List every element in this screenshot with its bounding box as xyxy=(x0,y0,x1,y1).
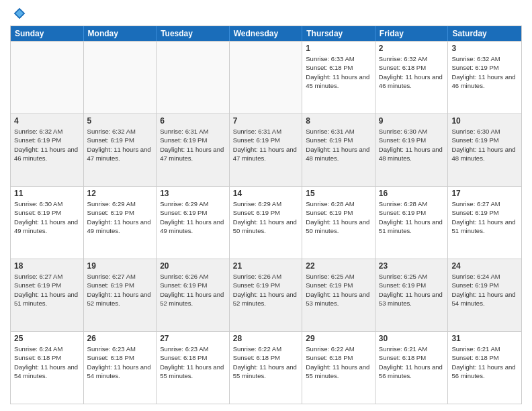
day-info: Sunrise: 6:26 AMSunset: 6:19 PMDaylight:… xyxy=(160,272,226,308)
day-cell-23: 23Sunrise: 6:25 AMSunset: 6:19 PMDayligh… xyxy=(375,259,449,331)
day-info: Sunrise: 6:30 AMSunset: 6:19 PMDaylight:… xyxy=(451,127,518,163)
day-info: Sunrise: 6:31 AMSunset: 6:19 PMDaylight:… xyxy=(160,127,226,163)
day-number: 31 xyxy=(451,334,518,343)
calendar: SundayMondayTuesdayWednesdayThursdayFrid… xyxy=(10,26,522,404)
day-info: Sunrise: 6:30 AMSunset: 6:19 PMDaylight:… xyxy=(379,127,445,163)
day-info: Sunrise: 6:23 AMSunset: 6:18 PMDaylight:… xyxy=(87,345,153,380)
day-number: 15 xyxy=(306,189,371,198)
day-cell-14: 14Sunrise: 6:29 AMSunset: 6:19 PMDayligh… xyxy=(230,187,303,259)
day-number: 9 xyxy=(379,116,445,126)
day-info: Sunrise: 6:27 AMSunset: 6:19 PMDaylight:… xyxy=(14,272,80,308)
day-info: Sunrise: 6:25 AMSunset: 6:19 PMDaylight:… xyxy=(306,272,371,308)
header-day-friday: Friday xyxy=(375,26,449,41)
day-cell-30: 30Sunrise: 6:21 AMSunset: 6:18 PMDayligh… xyxy=(375,332,449,404)
day-cell-21: 21Sunrise: 6:26 AMSunset: 6:19 PMDayligh… xyxy=(230,259,303,331)
day-number: 5 xyxy=(87,116,153,126)
day-cell-8: 8Sunrise: 6:31 AMSunset: 6:19 PMDaylight… xyxy=(302,114,375,186)
logo xyxy=(10,7,28,20)
day-info: Sunrise: 6:25 AMSunset: 6:19 PMDaylight:… xyxy=(379,272,445,308)
day-number: 17 xyxy=(451,189,518,198)
day-cell-22: 22Sunrise: 6:25 AMSunset: 6:19 PMDayligh… xyxy=(302,259,375,331)
day-cell-7: 7Sunrise: 6:31 AMSunset: 6:19 PMDaylight… xyxy=(230,114,303,186)
day-info: Sunrise: 6:29 AMSunset: 6:19 PMDaylight:… xyxy=(87,199,153,235)
day-info: Sunrise: 6:29 AMSunset: 6:19 PMDaylight:… xyxy=(233,199,299,235)
day-info: Sunrise: 6:30 AMSunset: 6:19 PMDaylight:… xyxy=(14,199,80,235)
day-info: Sunrise: 6:32 AMSunset: 6:19 PMDaylight:… xyxy=(451,54,518,90)
day-info: Sunrise: 6:23 AMSunset: 6:18 PMDaylight:… xyxy=(160,345,226,380)
day-cell-6: 6Sunrise: 6:31 AMSunset: 6:19 PMDaylight… xyxy=(157,114,230,186)
day-cell-10: 10Sunrise: 6:30 AMSunset: 6:19 PMDayligh… xyxy=(448,114,521,186)
day-info: Sunrise: 6:31 AMSunset: 6:19 PMDaylight:… xyxy=(233,127,299,163)
day-number: 27 xyxy=(160,334,226,343)
day-info: Sunrise: 6:32 AMSunset: 6:18 PMDaylight:… xyxy=(379,54,445,90)
header-day-tuesday: Tuesday xyxy=(157,26,230,41)
day-number: 22 xyxy=(306,261,371,271)
day-cell-12: 12Sunrise: 6:29 AMSunset: 6:19 PMDayligh… xyxy=(84,187,157,259)
day-number: 13 xyxy=(160,189,226,198)
logo-text xyxy=(10,7,28,20)
day-cell-31: 31Sunrise: 6:21 AMSunset: 6:18 PMDayligh… xyxy=(448,332,521,404)
day-info: Sunrise: 6:21 AMSunset: 6:18 PMDaylight:… xyxy=(451,345,518,380)
day-cell-16: 16Sunrise: 6:28 AMSunset: 6:19 PMDayligh… xyxy=(375,187,449,259)
header-day-monday: Monday xyxy=(84,26,157,41)
calendar-week-1: 1Sunrise: 6:33 AMSunset: 6:18 PMDaylight… xyxy=(11,41,521,113)
day-cell-17: 17Sunrise: 6:27 AMSunset: 6:19 PMDayligh… xyxy=(448,187,521,259)
day-cell-20: 20Sunrise: 6:26 AMSunset: 6:19 PMDayligh… xyxy=(157,259,230,331)
day-info: Sunrise: 6:32 AMSunset: 6:19 PMDaylight:… xyxy=(14,127,80,163)
day-cell-1: 1Sunrise: 6:33 AMSunset: 6:18 PMDaylight… xyxy=(302,42,375,113)
day-cell-11: 11Sunrise: 6:30 AMSunset: 6:19 PMDayligh… xyxy=(11,187,84,259)
logo-icon xyxy=(13,7,26,20)
day-number: 26 xyxy=(87,334,153,343)
day-cell-25: 25Sunrise: 6:24 AMSunset: 6:18 PMDayligh… xyxy=(11,332,84,404)
header-day-thursday: Thursday xyxy=(302,26,375,41)
day-number: 23 xyxy=(379,261,445,271)
day-info: Sunrise: 6:31 AMSunset: 6:19 PMDaylight:… xyxy=(306,127,371,163)
calendar-week-2: 4Sunrise: 6:32 AMSunset: 6:19 PMDaylight… xyxy=(11,113,521,186)
day-cell-2: 2Sunrise: 6:32 AMSunset: 6:18 PMDaylight… xyxy=(375,42,449,113)
day-number: 14 xyxy=(233,189,299,198)
day-info: Sunrise: 6:29 AMSunset: 6:19 PMDaylight:… xyxy=(160,199,226,235)
day-info: Sunrise: 6:24 AMSunset: 6:19 PMDaylight:… xyxy=(451,272,518,308)
day-info: Sunrise: 6:22 AMSunset: 6:18 PMDaylight:… xyxy=(233,345,299,380)
day-cell-3: 3Sunrise: 6:32 AMSunset: 6:19 PMDaylight… xyxy=(448,42,521,113)
day-info: Sunrise: 6:33 AMSunset: 6:18 PMDaylight:… xyxy=(306,54,371,90)
day-number: 28 xyxy=(233,334,299,343)
day-cell-15: 15Sunrise: 6:28 AMSunset: 6:19 PMDayligh… xyxy=(302,187,375,259)
day-number: 24 xyxy=(451,261,518,271)
day-number: 25 xyxy=(14,334,80,343)
day-info: Sunrise: 6:32 AMSunset: 6:19 PMDaylight:… xyxy=(87,127,153,163)
day-cell-28: 28Sunrise: 6:22 AMSunset: 6:18 PMDayligh… xyxy=(230,332,303,404)
day-number: 4 xyxy=(14,116,80,126)
day-cell-5: 5Sunrise: 6:32 AMSunset: 6:19 PMDaylight… xyxy=(84,114,157,186)
day-number: 8 xyxy=(306,116,371,126)
day-cell-9: 9Sunrise: 6:30 AMSunset: 6:19 PMDaylight… xyxy=(375,114,449,186)
day-info: Sunrise: 6:22 AMSunset: 6:18 PMDaylight:… xyxy=(306,345,371,380)
header-day-saturday: Saturday xyxy=(448,26,521,41)
day-info: Sunrise: 6:26 AMSunset: 6:19 PMDaylight:… xyxy=(233,272,299,308)
empty-cell xyxy=(11,42,84,113)
day-number: 12 xyxy=(87,189,153,198)
day-number: 1 xyxy=(306,44,371,53)
day-cell-4: 4Sunrise: 6:32 AMSunset: 6:19 PMDaylight… xyxy=(11,114,84,186)
day-cell-13: 13Sunrise: 6:29 AMSunset: 6:19 PMDayligh… xyxy=(157,187,230,259)
day-number: 10 xyxy=(451,116,518,126)
calendar-body: 1Sunrise: 6:33 AMSunset: 6:18 PMDaylight… xyxy=(11,41,521,404)
day-cell-24: 24Sunrise: 6:24 AMSunset: 6:19 PMDayligh… xyxy=(448,259,521,331)
header-day-wednesday: Wednesday xyxy=(230,26,303,41)
empty-cell xyxy=(230,42,303,113)
day-number: 6 xyxy=(160,116,226,126)
calendar-week-3: 11Sunrise: 6:30 AMSunset: 6:19 PMDayligh… xyxy=(11,186,521,259)
day-info: Sunrise: 6:24 AMSunset: 6:18 PMDaylight:… xyxy=(14,345,80,380)
calendar-week-5: 25Sunrise: 6:24 AMSunset: 6:18 PMDayligh… xyxy=(11,331,521,404)
header xyxy=(10,7,522,20)
day-number: 18 xyxy=(14,261,80,271)
day-number: 21 xyxy=(233,261,299,271)
empty-cell xyxy=(84,42,157,113)
day-number: 3 xyxy=(451,44,518,53)
day-info: Sunrise: 6:27 AMSunset: 6:19 PMDaylight:… xyxy=(87,272,153,308)
day-info: Sunrise: 6:27 AMSunset: 6:19 PMDaylight:… xyxy=(451,199,518,235)
day-number: 20 xyxy=(160,261,226,271)
day-info: Sunrise: 6:28 AMSunset: 6:19 PMDaylight:… xyxy=(379,199,445,235)
empty-cell xyxy=(157,42,230,113)
day-number: 29 xyxy=(306,334,371,343)
